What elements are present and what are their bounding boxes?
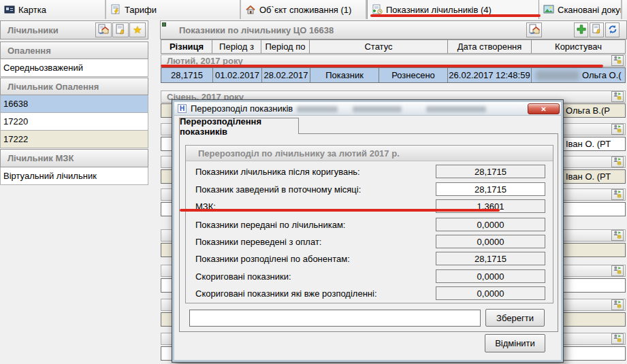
field-value-transferred-meters: 0,0000	[436, 218, 545, 231]
redistribute-icon	[613, 124, 622, 135]
item-label: Віртуальний лічильник	[3, 171, 97, 181]
cell-period-from: 01.02.2017	[213, 68, 262, 82]
cell-substatus: Рознесено	[379, 68, 448, 82]
redistribute-icon	[613, 333, 622, 345]
dialog-tab-redistribution[interactable]: Перерозподілення показників	[179, 118, 299, 134]
sidebar-section-lichylnyk-opalennya: Лічильник Опалення	[0, 78, 148, 95]
redistribute-button[interactable]	[611, 265, 624, 276]
redistribute-button[interactable]	[611, 333, 624, 344]
item-label: Середньозважений	[3, 63, 83, 73]
meter-readings-icon	[372, 4, 383, 15]
sidebar-item-virtualnyi[interactable]: Віртуальний лічильник	[0, 167, 148, 185]
card-icon	[4, 4, 15, 15]
edit-reading-button[interactable]	[590, 22, 604, 37]
sidebar-section-opalennya: Опалення	[0, 42, 148, 59]
refresh-icon	[608, 24, 617, 36]
cell-period-to: 28.02.2017	[262, 68, 310, 82]
sidebar-item-17220[interactable]: 17220	[0, 113, 148, 131]
section-label: Лічильник Опалення	[7, 82, 99, 92]
field-label: Показники розподілені по абонентам:	[195, 252, 350, 265]
cell-user: Ольга О.(	[532, 68, 626, 82]
tab-kartka[interactable]: Картка	[0, 0, 106, 19]
star-icon: ★	[133, 24, 142, 36]
tariffs-icon	[110, 4, 121, 15]
dialog-app-icon: H	[178, 104, 187, 113]
plus-icon	[577, 24, 586, 36]
tab-label: Скановані документи	[558, 5, 622, 15]
cell-status: Показник	[310, 68, 379, 82]
redistribute-icon	[613, 91, 622, 103]
censored-text-blur	[353, 106, 402, 112]
sidebar-item-serednozvazhenyi[interactable]: Середньозважений	[0, 59, 148, 77]
redistribute-button[interactable]	[611, 55, 624, 66]
tab-label: Показники лічильників (4)	[386, 5, 492, 15]
redistribute-button[interactable]	[611, 230, 624, 241]
tab-obyekt-spozhyvannya[interactable]: Об`єкт споживання (1)	[241, 0, 367, 19]
annotation-underline-mzk	[180, 209, 500, 212]
readings-panel-title: Показники по лічильнику ЦО 16638	[179, 25, 334, 35]
redistribute-icon	[613, 189, 622, 201]
tab-partial[interactable]	[622, 0, 627, 19]
column-header-period-to[interactable]: Період по	[261, 39, 310, 54]
panel-home-doc-button[interactable]	[526, 22, 542, 37]
house-icon	[245, 4, 256, 15]
field-value-adjusted: 0,0000	[436, 269, 545, 283]
redistribute-icon	[613, 230, 622, 242]
sidebar-item-16638[interactable]: 16638	[0, 95, 148, 113]
cancel-button[interactable]: Відмінити	[485, 334, 545, 352]
redistribute-icon	[613, 156, 622, 168]
dialog-tab-page: Перерозподіл по лічильнику за лютий 2017…	[179, 133, 558, 332]
section-label: Опалення	[7, 46, 51, 56]
close-icon[interactable]: ✕	[528, 103, 560, 114]
field-value-adjusted-distributed: 0,0000	[436, 286, 545, 300]
censored-text-blur	[426, 106, 486, 112]
comment-input[interactable]	[189, 310, 481, 327]
field-value-corrected: 28,1715	[436, 165, 545, 178]
add-reading-button[interactable]	[574, 22, 588, 37]
item-label: 17220	[3, 116, 28, 127]
app-window: Картка Тарифи Об`єкт споживання (1) Пока…	[0, 0, 627, 364]
redistribute-button[interactable]	[611, 299, 624, 310]
field-label: Скориговані показники:	[195, 269, 291, 283]
readings-panel-header: Показники по лічильнику ЦО 16638	[160, 20, 627, 39]
field-label: Показники переведені з оплат:	[195, 235, 321, 248]
home-doc-icon	[98, 24, 109, 37]
annotation-underline-active-tab	[370, 14, 541, 17]
tab-label: Об`єкт споживання (1)	[259, 5, 351, 15]
tab-taryfy[interactable]: Тарифи	[106, 0, 241, 19]
redistribution-dialog: H Перерозподіл показників ✕ Перерозподіл…	[172, 99, 564, 363]
field-value-current-month[interactable]: 28,1715	[436, 182, 545, 196]
sidebar-home-doc-button[interactable]	[95, 22, 112, 37]
redistribution-groupbox: Перерозподіл по лічильнику за лютий 2017…	[185, 145, 553, 303]
field-label: Показники передані по лічильникам:	[195, 218, 345, 231]
user-name: Ольга О.(	[582, 70, 622, 80]
annotation-underline-february-row	[161, 65, 603, 67]
column-header-user[interactable]: Користувач	[532, 39, 626, 54]
field-label: Показники лічильника після коригувань:	[195, 165, 360, 178]
column-header-period-from[interactable]: Період з	[212, 39, 261, 54]
column-header-riznytsya[interactable]: Різниця	[161, 39, 212, 54]
scanned-docs-icon	[543, 4, 554, 15]
reading-row-february[interactable]: 28,1715 01.02.2017 28.02.2017 Показник Р…	[161, 67, 626, 83]
sidebar-title: Лічильники	[7, 25, 59, 35]
table-header-row: Різниця Період з Період по Статус Дата с…	[161, 39, 626, 54]
sidebar-favorites-button[interactable]: ★	[129, 22, 146, 37]
panel-grip-icon	[162, 22, 166, 27]
cell-created: 26.02.2017 12:48:59	[448, 68, 532, 82]
redistribute-button[interactable]	[611, 91, 624, 102]
redistribute-button[interactable]	[611, 156, 624, 167]
tab-label: Тарифи	[125, 5, 157, 15]
redistribute-icon	[613, 265, 622, 277]
redistribute-button[interactable]	[611, 189, 624, 200]
save-button[interactable]: Зберегти	[485, 309, 545, 327]
sidebar-item-17222[interactable]: 17222	[0, 131, 148, 148]
column-header-status[interactable]: Статус	[310, 39, 448, 54]
tab-skanovani-dokumenty[interactable]: Скановані документи	[539, 0, 622, 19]
refresh-button[interactable]	[605, 22, 620, 37]
sidebar-edit-doc-button[interactable]	[112, 22, 129, 37]
column-header-created[interactable]: Дата створення	[448, 39, 532, 54]
redistribute-button[interactable]	[611, 124, 624, 135]
doc-edit-icon	[592, 24, 602, 36]
censored-name-blur	[536, 71, 579, 80]
dialog-body: Перерозподілення показників Перерозподіл…	[174, 116, 561, 360]
